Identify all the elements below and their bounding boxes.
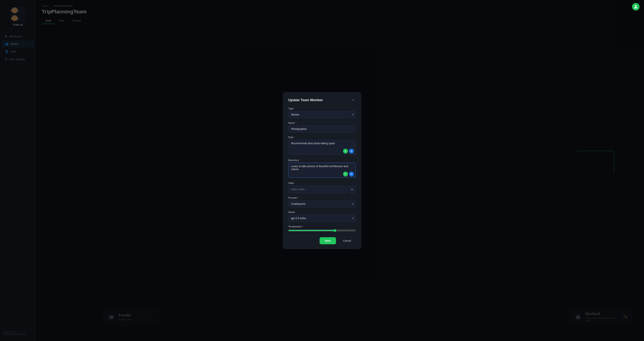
model-required-star: * [296,211,296,214]
skills-label: Skills [288,182,356,184]
role-field: Role * Recommends best photo-taking spot… [288,136,356,156]
model-select-wrapper: gpt-3.5-turbo gpt-4 gpt-4-turbo ▾ [288,215,356,222]
role-label: Role * [288,136,356,139]
name-required-star: * [296,122,296,124]
modal-title: Update Team Member [288,98,323,102]
temperature-field: Temperature * [288,225,356,233]
backstory-label: Backstory * [288,159,356,162]
provider-required-star: * [298,196,299,199]
user-avatar[interactable] [632,3,640,10]
provider-label: Provider * [288,196,356,199]
role-textarea-icons: C G [343,149,354,154]
save-button[interactable]: Save [320,237,336,244]
type-select[interactable]: Worker Manager Assistant [288,111,356,118]
cancel-button[interactable]: Cancel [338,237,356,244]
modal-footer: Save Cancel [288,237,356,244]
temperature-required-star: * [302,225,304,228]
update-team-member-modal: Update Team Member × Type Worker Manager… [283,92,361,249]
name-label: Name * [288,122,356,124]
backstory-textarea-wrapper: Loves to take photos of beautiful archit… [288,163,356,178]
provider-field: Provider * ChatOpenAI OpenAI Anthropic ▾ [288,196,356,208]
model-field: Model * gpt-3.5-turbo gpt-4 gpt-4-turbo … [288,211,356,222]
role-textarea-wrapper: Recommends best photo-taking spots C G [288,140,356,156]
temperature-label: Temperature * [288,225,356,228]
temperature-slider[interactable] [288,229,356,232]
name-field: Name * [288,122,356,132]
type-label: Type [288,107,356,110]
backstory-textarea-icons: C G [343,172,354,176]
skills-input[interactable] [288,186,347,193]
backstory-icon-c: C [343,172,348,176]
modal-close-button[interactable]: × [350,98,356,103]
provider-select[interactable]: ChatOpenAI OpenAI Anthropic [288,200,356,208]
skills-field: Skills ▾ [288,182,356,193]
skills-row: ▾ [288,186,356,193]
name-input[interactable] [288,126,356,132]
role-required-star: * [294,136,295,139]
role-icon-c: C [343,149,348,154]
backstory-icon-g: G [349,172,354,176]
backstory-required-star: * [300,159,300,162]
skills-dropdown-button[interactable]: ▾ [348,186,356,193]
type-select-wrapper: Worker Manager Assistant ▾ [288,111,356,118]
model-label: Model * [288,211,356,214]
backstory-field: Backstory * Loves to take photos of beau… [288,159,356,178]
model-select[interactable]: gpt-3.5-turbo gpt-4 gpt-4-turbo [288,215,356,222]
role-icon-g: G [349,149,354,154]
type-field: Type Worker Manager Assistant ▾ [288,107,356,118]
provider-select-wrapper: ChatOpenAI OpenAI Anthropic ▾ [288,200,356,208]
modal-overlay[interactable]: Update Team Member × Type Worker Manager… [0,0,644,341]
modal-header: Update Team Member × [288,98,356,103]
